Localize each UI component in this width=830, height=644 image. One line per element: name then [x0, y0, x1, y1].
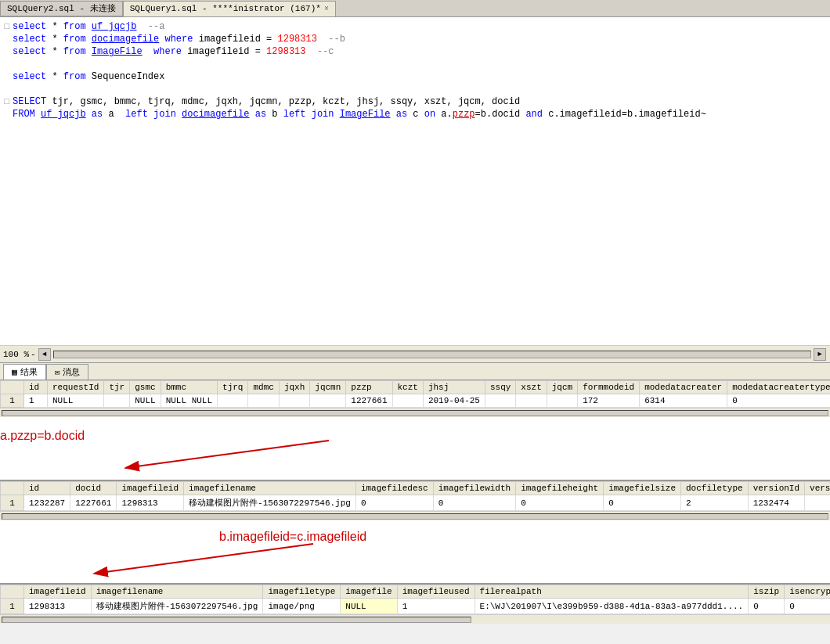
sql-line-4: [0, 58, 830, 70]
cell3-iszip: 0: [749, 599, 785, 614]
col3-isencrypt: isencrypt: [785, 585, 830, 599]
col2-imagefiledesc: imagefiledesc: [355, 482, 433, 495]
col-formmodeid: formmodeid: [578, 381, 640, 394]
sql-editor[interactable]: □ select * from uf_jqcjb --a select * fr…: [0, 17, 830, 346]
col2-imagefilewidth: imagefilewidth: [433, 482, 515, 495]
col-rownum: [1, 381, 24, 394]
col3-imagefiletype: imagefiletype: [263, 585, 341, 599]
table-row: 1 1 NULL NULL NULL NULL 1227661 2019-04-…: [1, 394, 831, 408]
cell-kczt: [392, 394, 423, 408]
grid3-scrollbar[interactable]: [0, 614, 830, 624]
col-modedatacreatertype: modedatacreatertype: [727, 381, 830, 394]
cell-pzzp: 1227661: [346, 394, 392, 408]
cell3-imagefileused: 1: [397, 599, 475, 614]
col-jqxh: jqxh: [279, 381, 309, 394]
result-table-1: id requestId tjr gsmc bmmc tjrq mdmc jqx…: [0, 380, 830, 408]
scroll-right-btn[interactable]: ►: [814, 348, 826, 361]
col2-versionId: versionId: [748, 482, 804, 495]
cell-ssqy: [485, 394, 515, 408]
tab-results[interactable]: ▦ 结果: [3, 364, 46, 380]
col-tjrq: tjrq: [218, 381, 248, 394]
cell-jqcmn: [310, 394, 346, 408]
col-modedatacreater: modedatacreater: [640, 381, 727, 394]
cell-tjrq: [218, 394, 248, 408]
col2-id: id: [24, 482, 70, 495]
col3-filerealpath: filerealpath: [475, 585, 749, 599]
result-table-2: id docid imagefileid imagefilename image…: [0, 481, 830, 511]
tab-messages[interactable]: ✉ 消息: [46, 364, 89, 380]
cell2-id: 1232287: [24, 495, 70, 511]
cell-tjr: [104, 394, 130, 408]
col2-docfiletype: docfiletype: [681, 482, 749, 495]
annotation1-text: a.pzzp=b.docid: [0, 429, 85, 443]
col2-rownum: [1, 482, 24, 495]
col2-imagefielsize: imagefielsize: [604, 482, 681, 495]
col-bmmc: bmmc: [161, 381, 217, 394]
row-num: 1: [1, 394, 24, 408]
cell-jhsj: 2019-04-25: [423, 394, 485, 408]
col-id: id: [24, 381, 48, 394]
result-table-3: imagefileid imagefilename imagefiletype …: [0, 585, 830, 614]
col2-imagefileid: imagefileid: [117, 482, 184, 495]
sql-line-8: FROM uf_jqcjb as a left join docimagefil…: [0, 108, 830, 121]
col-jqcm: jqcm: [547, 381, 577, 394]
grid1-scrollbar[interactable]: [0, 408, 830, 417]
table-row: 1 1298313 移动建模图片附件-1563072297546.jpg ima…: [1, 599, 831, 614]
table-row: 1 1232287 1227661 1298313 移动建模图片附件-15630…: [1, 495, 831, 511]
col-ssqy: ssqy: [485, 381, 515, 394]
result-grid-1-section: id requestId tjr gsmc bmmc tjrq mdmc jqx…: [0, 380, 830, 481]
result-grid-3-section: imagefileid imagefilename imagefiletype …: [0, 585, 830, 624]
horizontal-scrollbar[interactable]: [53, 351, 811, 358]
result-grid-1[interactable]: id requestId tjr gsmc bmmc tjrq mdmc jqx…: [0, 380, 830, 408]
tab-sqlquery1-label: SQLQuery1.sql - ****inistrator (167)*: [130, 4, 321, 13]
col-mdmc: mdmc: [248, 381, 279, 394]
col3-imagefile: imagefile: [341, 585, 397, 599]
main-layout: SQLQuery2.sql - 未连接 SQLQuery1.sql - ****…: [0, 0, 830, 644]
cell-gsmc: NULL: [130, 394, 161, 408]
scroll-left-btn[interactable]: ◄: [38, 348, 51, 361]
col3-rownum: [1, 585, 24, 599]
cell2-imagefileheight: 0: [516, 495, 604, 511]
col2-imagefileheight: imagefileheight: [516, 482, 604, 495]
sql-line-3: select * from ImageFile where imagefilei…: [0, 45, 830, 58]
grid-icon: ▦: [12, 367, 17, 377]
cell2-docfiletype: 2: [681, 495, 749, 511]
message-icon: ✉: [55, 367, 60, 377]
sql-line-5: select * from SequenceIndex: [0, 70, 830, 83]
cell2-imagefielsize: 0: [604, 495, 681, 511]
messages-tab-label: 消息: [63, 366, 80, 378]
result-grid-2[interactable]: id docid imagefileid imagefilename image…: [0, 481, 830, 511]
sql-line-2: select * from docimagefile where imagefi…: [0, 33, 830, 45]
col3-imagefileused: imagefileused: [397, 585, 475, 599]
cell3-imagefileid: 1298313: [24, 599, 92, 614]
col-jqcmn: jqcmn: [310, 381, 346, 394]
cell-modedatacreater: 6314: [640, 394, 727, 408]
cell3-imagefile: NULL: [341, 599, 397, 614]
result-grid-3[interactable]: imagefileid imagefilename imagefiletype …: [0, 585, 830, 614]
title-bar: SQLQuery2.sql - 未连接 SQLQuery1.sql - ****…: [0, 0, 830, 17]
row3-num: 1: [1, 599, 24, 614]
grid2-scrollbar[interactable]: [0, 511, 830, 520]
col2-imagefilename: imagefilename: [184, 482, 356, 495]
close-tab-icon[interactable]: ×: [324, 5, 329, 13]
tab-sqlquery2[interactable]: SQLQuery2.sql - 未连接: [0, 1, 123, 16]
cell2-versionDe: [805, 495, 830, 511]
sql-line-6: [0, 83, 830, 95]
cell-bmmc: NULL NULL: [161, 394, 217, 408]
col3-iszip: iszip: [749, 585, 785, 599]
tab-sqlquery2-label: SQLQuery2.sql - 未连接: [7, 2, 116, 14]
cell-mdmc: [248, 394, 279, 408]
bottom-toolbar: 100 % - ◄ ►: [0, 346, 830, 363]
cell2-imagefilename: 移动建模图片附件-1563072297546.jpg: [184, 495, 356, 511]
cell2-imagefilewidth: 0: [433, 495, 515, 511]
row2-num: 1: [1, 495, 24, 511]
results-tab-label: 结果: [20, 366, 38, 378]
tab-sqlquery1[interactable]: SQLQuery1.sql - ****inistrator (167)* ×: [123, 1, 336, 16]
annotation2-container: b.imagefileid=c.imagefileid: [0, 520, 830, 583]
cell-formmodeid: 172: [578, 394, 640, 408]
cell2-imagefiledesc: 0: [355, 495, 433, 511]
annotation1-arrow-svg: [0, 417, 830, 480]
cell3-imagefiletype: image/png: [263, 599, 341, 614]
cell-xszt: [516, 394, 547, 408]
svg-line-1: [125, 441, 329, 468]
